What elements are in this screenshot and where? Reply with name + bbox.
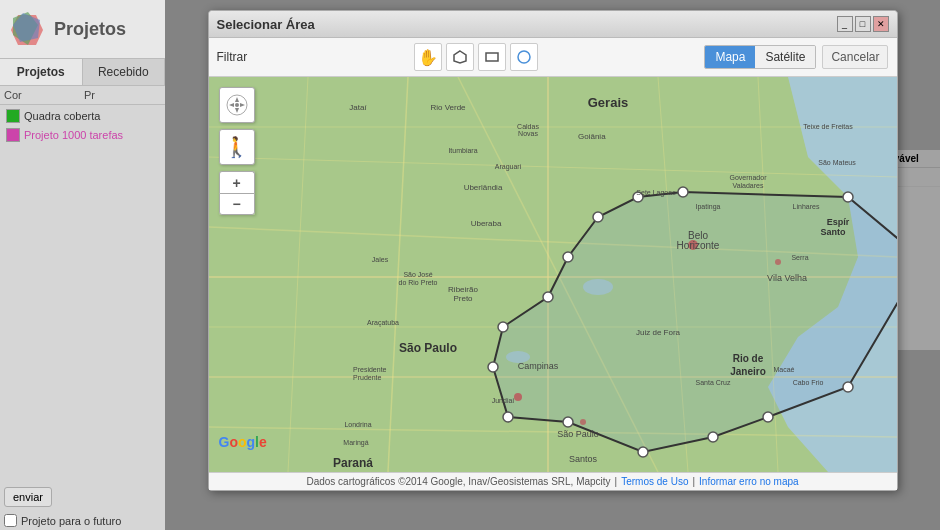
map-svg: Gerais São Paulo Paraná Belo Horizonte C… (209, 77, 897, 472)
svg-text:Gerais: Gerais (587, 95, 627, 110)
future-project-checkbox[interactable] (4, 514, 17, 527)
svg-text:São José: São José (403, 271, 432, 278)
svg-text:Paraná: Paraná (332, 456, 372, 470)
hand-tool-button[interactable]: ✋ (414, 43, 442, 71)
map-type-satelite[interactable]: Satélite (755, 46, 815, 68)
check-item-label: Projeto para o futuro (21, 515, 121, 527)
svg-point-37 (488, 362, 498, 372)
report-error-link[interactable]: Informar erro no mapa (699, 476, 799, 487)
svg-text:Maringá: Maringá (343, 439, 368, 447)
svg-text:São Paulo: São Paulo (557, 429, 599, 439)
svg-text:do Rio Preto: do Rio Preto (398, 279, 437, 286)
svg-text:Araçatuba: Araçatuba (367, 319, 399, 327)
svg-text:Preto: Preto (453, 294, 473, 303)
svg-text:Campinas: Campinas (517, 361, 558, 371)
modal-toolbar: Filtrar ✋ Mapa Satélite (209, 38, 897, 77)
map-copyright: Dados cartográficos ©2014 Google, Inav/G… (306, 476, 610, 487)
svg-text:Governador: Governador (729, 174, 767, 181)
terms-of-use-link[interactable]: Termos de Uso (621, 476, 688, 487)
svg-point-28 (678, 187, 688, 197)
svg-text:Londrina: Londrina (344, 421, 371, 428)
item-label: Quadra coberta (24, 110, 100, 122)
svg-text:Rio Verde: Rio Verde (430, 103, 466, 112)
svg-text:Ribeirão: Ribeirão (448, 285, 478, 294)
svg-text:Serra: Serra (791, 254, 808, 261)
tab-recebido[interactable]: Recebido (83, 59, 166, 85)
svg-text:Linhares: Linhares (792, 203, 819, 210)
svg-point-41 (593, 212, 603, 222)
svg-text:Jales: Jales (371, 256, 388, 263)
map-footer: Dados cartográficos ©2014 Google, Inav/G… (209, 472, 897, 490)
minimize-button[interactable]: _ (837, 16, 853, 32)
map-navigation-control[interactable] (219, 87, 255, 123)
circle-tool-button[interactable] (510, 43, 538, 71)
svg-text:Juiz de Fora: Juiz de Fora (635, 328, 680, 337)
svg-text:Vila Velha: Vila Velha (767, 273, 807, 283)
close-button[interactable]: ✕ (873, 16, 889, 32)
svg-text:Araguari: Araguari (494, 163, 521, 171)
column-headers: Cor Pr (0, 86, 165, 105)
app-logo (8, 10, 46, 48)
map-container[interactable]: Gerais São Paulo Paraná Belo Horizonte C… (209, 77, 897, 472)
svg-text:Prudente: Prudente (353, 374, 382, 381)
svg-text:Janeiro: Janeiro (730, 366, 766, 377)
send-button[interactable]: enviar (4, 487, 52, 507)
svg-text:Espír: Espír (826, 217, 849, 227)
svg-text:Jundiaí: Jundiaí (491, 397, 514, 404)
svg-text:Ipatinga: Ipatinga (695, 203, 720, 211)
map-controls: 🚶 + − (219, 87, 255, 215)
svg-text:Novas: Novas (518, 130, 538, 137)
filter-label: Filtrar (217, 50, 248, 64)
window-buttons: _ □ ✕ (837, 16, 889, 32)
svg-text:Valadares: Valadares (732, 182, 764, 189)
svg-text:Santa Cruz: Santa Cruz (695, 379, 731, 386)
zoom-out-button[interactable]: − (219, 193, 255, 215)
svg-point-29 (843, 192, 853, 202)
svg-text:Itumbiara: Itumbiara (448, 147, 477, 154)
tab-projetos[interactable]: Projetos (0, 59, 83, 85)
col-cor-header: Cor (4, 89, 84, 101)
zoom-in-button[interactable]: + (219, 171, 255, 193)
tool-buttons: ✋ (414, 43, 538, 71)
svg-point-35 (563, 417, 573, 427)
svg-text:Cabo Frio: Cabo Frio (792, 379, 823, 386)
rectangle-tool-button[interactable] (478, 43, 506, 71)
list-item[interactable]: Quadra coberta (4, 107, 161, 125)
svg-text:Sete Lagoas: Sete Lagoas (636, 189, 676, 197)
svg-text:Uberlândia: Uberlândia (463, 183, 502, 192)
modal-dialog: Selecionar Área _ □ ✕ Filtrar ✋ (208, 10, 898, 491)
svg-text:Rio de: Rio de (732, 353, 763, 364)
zoom-controls: + − (219, 171, 255, 215)
svg-point-40 (563, 252, 573, 262)
check-item[interactable]: Projeto para o futuro (0, 511, 165, 530)
svg-text:Santo: Santo (820, 227, 846, 237)
svg-point-31 (843, 382, 853, 392)
map-type-buttons: Mapa Satélite (704, 45, 816, 69)
svg-point-36 (503, 412, 513, 422)
svg-text:Uberaba: Uberaba (470, 219, 501, 228)
svg-text:Presidente: Presidente (353, 366, 387, 373)
project-list: Quadra coberta Projeto 1000 tarefas (0, 105, 165, 483)
cancel-button[interactable]: Cancelar (822, 45, 888, 69)
item-label: Projeto 1000 tarefas (24, 129, 123, 141)
svg-point-33 (708, 432, 718, 442)
modal-overlay: Selecionar Área _ □ ✕ Filtrar ✋ (165, 0, 940, 530)
color-indicator (6, 128, 20, 142)
svg-rect-4 (486, 53, 498, 61)
svg-point-97 (235, 103, 239, 107)
modal-title: Selecionar Área (217, 17, 315, 32)
svg-text:Jataí: Jataí (349, 103, 367, 112)
svg-point-38 (498, 322, 508, 332)
main-area: Próvável 06/09/2 26/09/2 Selecionar Área… (165, 0, 940, 530)
street-view-button[interactable]: 🚶 (219, 129, 255, 165)
maximize-button[interactable]: □ (855, 16, 871, 32)
svg-text:São Mateus: São Mateus (818, 159, 856, 166)
map-type-mapa[interactable]: Mapa (705, 46, 755, 68)
sidebar: Projetos Projetos Recebido Cor Pr Quadra… (0, 0, 165, 530)
list-item[interactable]: Projeto 1000 tarefas (4, 126, 161, 144)
sidebar-header: Projetos (0, 0, 165, 59)
sidebar-tabs: Projetos Recebido (0, 59, 165, 86)
polygon-tool-button[interactable] (446, 43, 474, 71)
modal-titlebar: Selecionar Área _ □ ✕ (209, 11, 897, 38)
svg-text:Goiânia: Goiânia (578, 132, 606, 141)
